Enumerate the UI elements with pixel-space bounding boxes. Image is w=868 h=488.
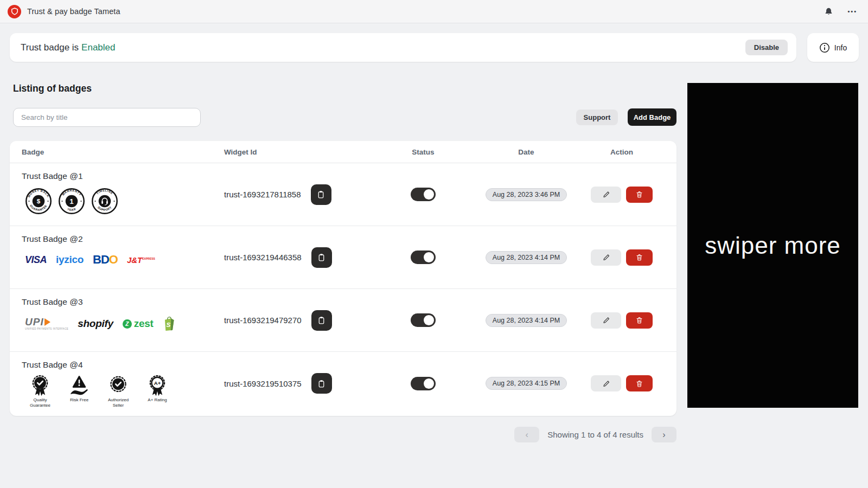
info-button[interactable]: Info	[807, 33, 859, 62]
edit-button[interactable]	[591, 312, 621, 329]
top-bar: Trust & pay badge Tameta •••	[0, 0, 868, 23]
badge-cell: Trust Badge @4 Quality Guarantee	[22, 352, 214, 415]
clipboard-icon	[317, 316, 326, 325]
timeline-support-stamp-icon: TIMELINE SUPPORT	[91, 188, 118, 215]
shopify-wordmark-logo: shopify	[78, 318, 113, 330]
badge-cell: Trust Badge @1 MONEY BACK GUARANTEE $	[22, 163, 214, 226]
rosette-a-plus-icon: A+	[146, 374, 169, 397]
trash-icon	[635, 190, 643, 198]
date-cell: Aug 28, 2023 3:46 PM	[486, 163, 567, 226]
toggle-knob	[424, 378, 434, 389]
more-menu-icon[interactable]: •••	[847, 8, 857, 15]
date-badge: Aug 28, 2023 3:46 PM	[486, 188, 567, 201]
pagination: ‹ Showing 1 to 4 of 4 results ›	[10, 427, 676, 442]
status-cell	[361, 289, 486, 351]
delete-button[interactable]	[626, 375, 653, 391]
a-plus-rating-seal: A+ A+ Rating	[142, 374, 173, 403]
svg-text:$: $	[37, 197, 41, 204]
zest-logo: Z zest	[123, 318, 154, 330]
copy-widget-id-button[interactable]	[311, 310, 332, 331]
badge-preview-strip: Quality Guarantee Risk Free	[25, 374, 214, 408]
svg-text:A+: A+	[154, 380, 161, 386]
edit-button[interactable]	[591, 187, 621, 203]
edit-button[interactable]	[591, 375, 621, 391]
delete-button[interactable]	[626, 249, 653, 266]
table-row: Trust Badge @1 MONEY BACK GUARANTEE $	[10, 163, 676, 226]
widget-id-cell: trust-1693219479270	[214, 289, 361, 351]
widget-id-cell: trust-1693217811858	[214, 163, 361, 226]
chevron-right-icon: ›	[662, 430, 665, 440]
bell-icon[interactable]	[824, 7, 833, 16]
rosette-check-icon	[29, 374, 52, 397]
delete-button[interactable]	[626, 187, 653, 203]
action-cell	[567, 352, 676, 415]
svg-text:S: S	[167, 321, 171, 328]
page-title: Listing of badges	[13, 83, 92, 94]
status-toggle[interactable]	[411, 377, 436, 390]
widget-id-text: trust-1693219510375	[224, 379, 302, 388]
swiper-preview-panel: swiper more	[687, 83, 858, 408]
swiper-preview-text: swiper more	[705, 232, 841, 259]
delete-button[interactable]	[626, 312, 653, 329]
toggle-knob	[424, 189, 434, 200]
search-input[interactable]	[13, 108, 201, 127]
col-header-date: Date	[486, 148, 567, 156]
pencil-icon	[602, 253, 610, 261]
badge-title: Trust Badge @1	[22, 171, 214, 181]
clipboard-icon	[316, 190, 326, 199]
col-header-badge: Badge	[22, 148, 214, 156]
risk-free-seal: Risk Free	[64, 374, 94, 403]
info-label: Info	[834, 43, 847, 52]
table-header-row: Badge Widget Id Status Date Action	[10, 141, 676, 163]
authorized-seller-seal: Authorized Seller	[103, 374, 133, 408]
info-icon	[819, 42, 830, 53]
topbar-actions: •••	[824, 7, 860, 16]
upi-logo: UPI UNIFIED PAYMENTS INTERFACE	[25, 317, 68, 331]
status-toggle[interactable]	[411, 188, 436, 201]
date-cell: Aug 28, 2023 4:15 PM	[486, 352, 567, 415]
edit-button[interactable]	[591, 249, 621, 266]
visa-logo: VISA	[25, 254, 47, 266]
widget-id-text: trust-1693219446358	[224, 253, 302, 262]
status-toggle[interactable]	[411, 251, 436, 264]
app-title: Trust & pay badge Tameta	[27, 7, 120, 16]
pencil-icon	[602, 190, 610, 198]
date-cell: Aug 28, 2023 4:14 PM	[486, 226, 567, 288]
status-cell	[361, 163, 486, 226]
copy-widget-id-button[interactable]	[311, 247, 332, 268]
copy-widget-id-button[interactable]	[311, 184, 331, 205]
badge-check-icon	[107, 374, 130, 397]
table-row: Trust Badge @4 Quality Guarantee	[10, 352, 676, 415]
clipboard-icon	[317, 379, 326, 388]
badge-title: Trust Badge @3	[22, 297, 214, 307]
svg-text:1: 1	[69, 197, 74, 206]
date-badge: Aug 28, 2023 4:15 PM	[486, 377, 567, 390]
previous-page-button[interactable]: ‹	[514, 427, 539, 442]
trash-icon	[635, 253, 643, 261]
table-row: Trust Badge @3 UPI UNIFIED PAYMENTS INTE…	[10, 289, 676, 352]
widget-id-cell: trust-1693219510375	[214, 352, 361, 415]
upi-arrow-icon	[44, 318, 50, 326]
next-page-button[interactable]: ›	[652, 427, 676, 442]
copy-widget-id-button[interactable]	[311, 373, 332, 394]
widget-id-text: trust-1693219479270	[224, 316, 302, 325]
widget-id-text: trust-1693217811858	[224, 190, 301, 199]
col-header-widget-id: Widget Id	[214, 148, 361, 156]
status-text: Trust badge isEnabled	[21, 42, 115, 53]
disable-button[interactable]: Disable	[745, 40, 788, 55]
add-badge-button[interactable]: Add Badge	[628, 108, 676, 126]
status-cell	[361, 226, 486, 288]
toggle-knob	[424, 252, 434, 262]
badge-preview-strip: VISA iyzico BDO J&TEXPRESS	[25, 253, 214, 267]
status-cell	[361, 352, 486, 415]
status-toggle[interactable]	[411, 313, 436, 327]
date-badge: Aug 28, 2023 4:14 PM	[486, 314, 567, 327]
badge-preview-strip: MONEY BACK GUARANTEE $ WARRANTY YEAR 1	[25, 188, 214, 215]
support-button[interactable]: Support	[576, 110, 618, 125]
badge-preview-strip: UPI UNIFIED PAYMENTS INTERFACE shopify Z…	[25, 316, 214, 332]
hand-warning-icon	[68, 374, 91, 397]
clipboard-icon	[317, 253, 326, 262]
bdo-logo: BDO	[93, 253, 118, 267]
widget-id-cell: trust-1693219446358	[214, 226, 361, 288]
badge-title: Trust Badge @4	[22, 360, 214, 370]
